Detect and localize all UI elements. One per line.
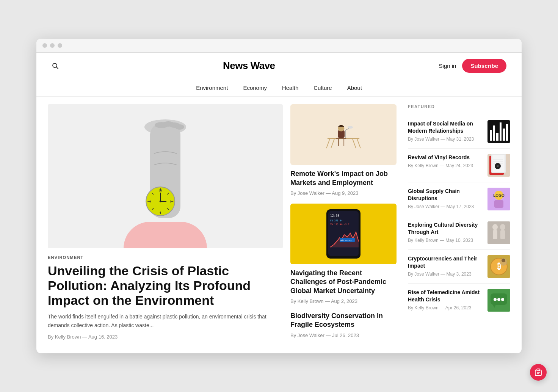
featured-column: FEATURED Impact of Social Media on Moder… (404, 104, 510, 346)
article-title-biodiversity: Biodiversity Conservation in Fragile Eco… (290, 312, 397, 329)
article-byline-post-pandemic: By Kelly Brown — Aug 2, 2023 (290, 298, 397, 304)
site-title: News Wave (223, 60, 275, 72)
bar-5 (503, 129, 505, 141)
article-byline-biodiversity: By Jose Walker — Jul 26, 2023 (290, 332, 397, 338)
featured-thumb-vinyl (487, 154, 510, 177)
article-thumb-stocks: 12:08 FB 375.44 TW 173.46 -5.7 Add money (290, 204, 397, 264)
svg-point-69 (502, 259, 505, 262)
article-card-biodiversity[interactable]: Biodiversity Conservation in Fragile Eco… (290, 312, 397, 338)
hero-image[interactable]: 12 3 6 9 (48, 104, 283, 248)
featured-title-telemedicine: Rise of Telemedicine Amidst Health Crisi… (408, 289, 483, 303)
hero-excerpt: The world finds itself engulfed in a bat… (48, 312, 283, 329)
middle-column: Remote Work's Impact on Job Markets and … (290, 104, 404, 346)
search-icon (52, 62, 59, 70)
supply-chain-image: LOGO (487, 188, 510, 210)
svg-rect-35 (336, 138, 346, 139)
person-desk-illustration (309, 104, 378, 165)
stocks-illustration: 12:08 FB 375.44 TW 173.46 -5.7 Add money (294, 204, 393, 264)
featured-thumb-art (487, 221, 510, 244)
featured-thumb-social-media (487, 120, 510, 143)
svg-point-23 (160, 201, 161, 202)
featured-item-art[interactable]: Exploring Cultural Diversity Through Art… (408, 216, 510, 250)
featured-byline-vinyl: By Kelly Brown — May 24, 2023 (408, 163, 483, 168)
site-nav: Environment Economy Health Culture About (36, 79, 522, 97)
svg-rect-40 (328, 211, 359, 256)
subscribe-button[interactable]: Subscribe (462, 59, 506, 73)
supply-chain-svg: LOGO (487, 188, 510, 210)
featured-byline-art: By Kelly Brown — May 10, 2023 (408, 238, 483, 243)
browser-dot-green (58, 43, 62, 48)
article-title-post-pandemic: Navigating the Recent Challenges of Post… (290, 269, 397, 295)
svg-rect-60 (487, 221, 510, 244)
hero-title[interactable]: Unveiling the Crisis of Plastic Pollutio… (48, 263, 283, 308)
thumb-bars-image (487, 120, 510, 143)
nav-item-environment[interactable]: Environment (196, 85, 228, 91)
bar-6 (506, 124, 508, 141)
featured-byline-crypto: By Jose Walker — May 3, 2023 (408, 271, 483, 277)
featured-byline-supply-chain: By Jose Walker — May 17, 2023 (408, 204, 483, 209)
featured-item-telemedicine[interactable]: Rise of Telemedicine Amidst Health Crisi… (408, 284, 510, 317)
featured-title-social-media: Impact of Social Media on Modern Relatio… (408, 120, 483, 135)
svg-point-74 (501, 298, 504, 301)
hero-pink-arch (124, 222, 207, 248)
featured-byline-social-media: By Jose Walker — May 31, 2023 (408, 136, 483, 142)
thumb-stocks-image: 12:08 FB 375.44 TW 173.46 -5.7 Add money (290, 204, 397, 264)
svg-point-72 (494, 298, 497, 301)
telemedicine-image (487, 289, 510, 312)
search-button[interactable] (52, 62, 59, 70)
svg-point-63 (500, 224, 505, 230)
featured-text-supply-chain: Global Supply Chain Disruptions By Jose … (408, 188, 487, 209)
svg-rect-62 (493, 230, 497, 239)
featured-title-crypto: Cryptocurrencies and Their Impact (408, 255, 483, 270)
header-right: Sign in Subscribe (439, 59, 506, 73)
featured-text-telemedicine: Rise of Telemedicine Amidst Health Crisi… (408, 289, 487, 310)
svg-point-73 (497, 298, 500, 301)
svg-text:TW  173.46 -5.7: TW 173.46 -5.7 (330, 223, 350, 226)
main-content: 12 3 6 9 (36, 97, 522, 353)
art-svg (487, 221, 510, 244)
telemedicine-svg (487, 289, 510, 312)
svg-point-7 (175, 124, 184, 130)
bar-2 (493, 125, 495, 141)
nav-item-economy[interactable]: Economy (243, 85, 267, 91)
article-card-remote-work[interactable]: Remote Work's Impact on Job Markets and … (290, 104, 397, 196)
nav-item-health[interactable]: Health (282, 85, 298, 91)
featured-thumb-crypto: ₿ (487, 255, 510, 278)
vinyl-record-svg (489, 154, 508, 177)
featured-label: FEATURED (408, 104, 510, 109)
featured-title-supply-chain: Global Supply Chain Disruptions (408, 188, 483, 202)
bar-4 (500, 122, 502, 141)
article-title-remote-work: Remote Work's Impact on Job Markets and … (290, 169, 397, 187)
featured-byline-telemedicine: By Kelly Brown — Apr 26, 2023 (408, 305, 483, 310)
crypto-image: ₿ (487, 255, 510, 278)
nav-item-culture[interactable]: Culture (313, 85, 332, 91)
svg-text:LOGO: LOGO (493, 193, 505, 198)
site-header: News Wave Sign in Subscribe (36, 53, 522, 79)
article-byline-remote-work: By Jose Walker — Aug 9, 2023 (290, 190, 397, 196)
featured-text-crypto: Cryptocurrencies and Their Impact By Jos… (408, 255, 487, 277)
vinyl-image (487, 154, 510, 177)
floating-action-button[interactable] (530, 364, 547, 381)
featured-text-vinyl: Revival of Vinyl Records By Kelly Brown … (408, 154, 487, 168)
featured-item-vinyl[interactable]: Revival of Vinyl Records By Kelly Brown … (408, 149, 510, 182)
thumb-person-image (290, 104, 397, 165)
featured-item-supply-chain[interactable]: Global Supply Chain Disruptions By Jose … (408, 182, 510, 216)
hero-section: 12 3 6 9 (48, 104, 290, 346)
article-card-post-pandemic[interactable]: 12:08 FB 375.44 TW 173.46 -5.7 Add money (290, 204, 397, 304)
clock-image: 12 3 6 9 (145, 186, 176, 216)
bitcoin-svg: ₿ (487, 255, 510, 278)
nav-item-about[interactable]: About (347, 85, 362, 91)
featured-title-art: Exploring Cultural Diversity Through Art (408, 221, 483, 236)
svg-text:Add money: Add money (340, 239, 352, 242)
featured-title-vinyl: Revival of Vinyl Records (408, 154, 483, 161)
featured-item-crypto[interactable]: Cryptocurrencies and Their Impact By Jos… (408, 250, 510, 284)
browser-dot-yellow (50, 43, 55, 48)
svg-rect-64 (500, 230, 505, 239)
art-image (487, 221, 510, 244)
svg-point-61 (492, 224, 498, 230)
bar-3 (496, 133, 498, 141)
clipboard-icon (534, 368, 542, 376)
featured-item-social-media[interactable]: Impact of Social Media on Modern Relatio… (408, 115, 510, 149)
svg-point-55 (497, 166, 498, 166)
sign-in-button[interactable]: Sign in (439, 63, 456, 69)
